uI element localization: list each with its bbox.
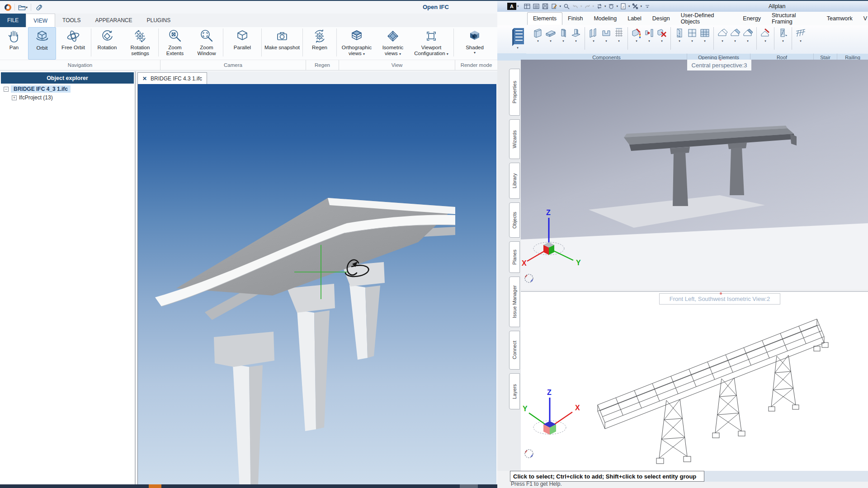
dropdown-caret-icon[interactable]: ▾: [575, 39, 577, 43]
list-icon[interactable]: [533, 3, 540, 10]
tab-energy[interactable]: Energy: [737, 13, 766, 24]
dropdown-caret-icon[interactable]: ▾: [704, 39, 706, 43]
rotation-settings-button[interactable]: Rotation settings: [123, 27, 158, 60]
link-icon[interactable]: [34, 4, 42, 11]
view-sphere-icon[interactable]: [608, 3, 615, 10]
page2-icon[interactable]: 2: [619, 3, 627, 10]
modify-wall-tool[interactable]: ▾: [630, 27, 643, 43]
dropdown-caret-icon[interactable]: ▾: [517, 5, 519, 8]
tab-file[interactable]: FILE: [0, 14, 26, 27]
palette-tab-planes[interactable]: Planes: [509, 241, 520, 273]
column-tool[interactable]: ▾: [557, 27, 570, 43]
grid-tool[interactable]: ▾: [613, 27, 625, 43]
expand-expander-icon[interactable]: +: [12, 95, 17, 100]
dropdown-caret-icon[interactable]: ▾: [605, 39, 607, 43]
viewport-title[interactable]: Central perspective:3: [687, 60, 751, 70]
profile-wall-tool[interactable]: ▾: [587, 27, 600, 43]
modify-roof-tool[interactable]: ▾: [759, 27, 772, 43]
regen-button[interactable]: Regen: [303, 27, 336, 60]
stair-tool[interactable]: ▾: [777, 27, 789, 43]
tab-design[interactable]: Design: [647, 13, 675, 24]
dropdown-caret-icon[interactable]: ▾: [593, 5, 594, 8]
rotation-button[interactable]: Rotation: [92, 27, 123, 60]
dropdown-caret-icon[interactable]: ▾: [722, 39, 723, 43]
door-tool[interactable]: ▾: [673, 27, 686, 43]
tree-item-ifcproject[interactable]: + IfcProject (13): [12, 94, 135, 101]
viewport-configuration-button[interactable]: Viewport Configuration ▾: [410, 27, 453, 60]
delete-wall-tool[interactable]: ▾: [656, 27, 668, 43]
dropdown-caret-icon[interactable]: ▾: [747, 39, 749, 43]
collapse-expander-icon[interactable]: −: [4, 87, 9, 92]
dropdown-caret-icon[interactable]: ▾: [691, 39, 693, 43]
tab-appearance[interactable]: APPEARANCE: [88, 14, 139, 27]
dropdown-caret-icon[interactable]: ▾: [641, 5, 642, 8]
dropdown-caret-icon[interactable]: ▾: [537, 39, 539, 43]
tab-elements[interactable]: Elements: [527, 12, 562, 25]
dropdown-caret-icon[interactable]: ▾: [679, 39, 680, 43]
dropdown-caret-icon[interactable]: ▾: [617, 5, 618, 8]
palette-tab-issue-manager[interactable]: Issue Manager: [509, 277, 520, 327]
window-grid-tool[interactable]: ▾: [698, 27, 711, 43]
zoom-extents-button[interactable]: Zoom Extents: [159, 27, 191, 60]
close-icon[interactable]: ✕: [142, 75, 147, 82]
building-structure-button[interactable]: ▾: [507, 26, 528, 52]
allplan-menu-button[interactable]: A: [507, 3, 516, 10]
dropdown-caret-icon[interactable]: ▾: [399, 52, 401, 56]
redo-icon[interactable]: [584, 3, 591, 10]
tab-view[interactable]: VIEW: [26, 14, 55, 27]
dropdown-caret-icon[interactable]: ▾: [550, 39, 552, 43]
dropdown-caret-icon[interactable]: ▾: [764, 39, 766, 43]
ifc-3d-viewport[interactable]: [137, 84, 496, 484]
dropdown-caret-icon[interactable]: ▾: [517, 46, 519, 50]
taskbar-app-gray[interactable]: [460, 484, 478, 488]
tree-item-root[interactable]: − BRIDGE IFC 4_3 1.ifc: [4, 85, 135, 93]
slab-tool[interactable]: ▾: [544, 27, 557, 43]
free-orbit-button[interactable]: Free Orbit: [56, 27, 90, 60]
tab-tools[interactable]: TOOLS: [55, 14, 88, 27]
roof-tool[interactable]: ▾: [716, 27, 729, 43]
pan-button[interactable]: Pan: [0, 27, 28, 60]
join-wall-tool[interactable]: ▾: [643, 27, 656, 43]
railing-tool[interactable]: ▾: [794, 27, 807, 43]
zoom-window-button[interactable]: Zoom Window: [191, 27, 222, 60]
palette-tab-layers[interactable]: Layers: [509, 373, 520, 409]
dropdown-caret-icon[interactable]: ▾: [782, 39, 784, 43]
tab-modeling[interactable]: Modeling: [588, 13, 622, 24]
dropdown-caret-icon[interactable]: ▾: [447, 52, 448, 56]
dropdown-caret-icon[interactable]: ▾: [618, 39, 620, 43]
dropdown-caret-icon[interactable]: ▾: [661, 39, 663, 43]
tab-teamwork[interactable]: Teamwork: [821, 13, 858, 24]
shaded-button[interactable]: Shaded ▾: [454, 27, 495, 60]
palette-tab-wizards[interactable]: Wizards: [509, 119, 520, 159]
palette-tab-connect[interactable]: Connect: [509, 331, 520, 370]
dropdown-caret-icon[interactable]: ▾: [604, 5, 606, 8]
overflow-icon[interactable]: [643, 3, 651, 10]
isometric-views-button[interactable]: Isometric views ▾: [376, 27, 410, 60]
palette-tab-library[interactable]: Library: [509, 163, 520, 199]
viewport-title[interactable]: Front Left, Southwest Isometric View:2: [659, 293, 780, 305]
edit-icon[interactable]: [551, 3, 558, 10]
dropdown-caret-icon[interactable]: ▾: [560, 5, 561, 8]
tools-icon[interactable]: [632, 3, 639, 10]
tab-label[interactable]: Label: [622, 13, 647, 24]
open-folder-icon[interactable]: [18, 4, 26, 11]
refresh-icon[interactable]: [595, 3, 603, 10]
document-tab[interactable]: ✕ BRIDGE IFC 4.3 1.ifc: [137, 72, 207, 84]
window-tool[interactable]: ▾: [686, 27, 698, 43]
find-icon[interactable]: [562, 3, 570, 10]
tree-item-label[interactable]: IfcProject (13): [19, 94, 53, 101]
tab-view-cut[interactable]: V: [858, 13, 868, 24]
orbit-button[interactable]: Orbit: [28, 27, 56, 60]
tab-user-defined-objects[interactable]: User-Defined Objects: [675, 10, 738, 27]
dropdown-caret-icon[interactable]: ▾: [562, 39, 564, 43]
dropdown-caret-icon[interactable]: ▾: [628, 5, 630, 8]
open-dropdown-caret-icon[interactable]: ▾: [26, 5, 28, 9]
roof-frame-tool[interactable]: ▾: [741, 27, 754, 43]
parallel-button[interactable]: Parallel: [224, 27, 261, 60]
dropdown-caret-icon[interactable]: ▾: [648, 39, 650, 43]
palette-tab-objects[interactable]: Objects: [509, 202, 520, 238]
dropdown-caret-icon[interactable]: ▾: [593, 39, 594, 43]
tab-finish[interactable]: Finish: [562, 13, 588, 24]
tab-structural-framing[interactable]: Structural Framing: [766, 10, 821, 27]
make-snapshot-button[interactable]: Make snapshot: [262, 27, 302, 60]
